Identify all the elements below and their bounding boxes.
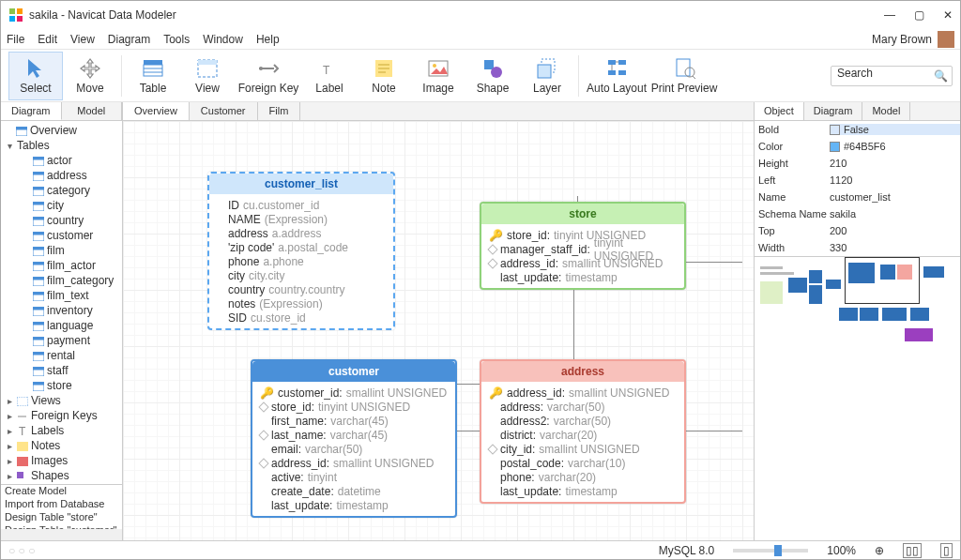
shape-tool[interactable]: Shape [465, 52, 520, 100]
left-tab-diagram[interactable]: Diagram [1, 102, 62, 120]
menu-diagram[interactable]: Diagram [108, 33, 150, 46]
svg-rect-2 [9, 16, 15, 22]
prop-left[interactable]: Left1120 [755, 172, 960, 189]
search-input[interactable]: Search🔍 [831, 66, 953, 86]
tree-table-inventory[interactable]: inventory [1, 303, 122, 318]
right-tab-model[interactable]: Model [862, 102, 910, 120]
left-tab-model[interactable]: Model [62, 102, 123, 120]
svg-rect-57 [33, 325, 44, 331]
collapse-icon[interactable]: ▾ [5, 141, 14, 151]
tree-table-category[interactable]: category [1, 183, 122, 198]
tree-table-actor[interactable]: actor [1, 153, 122, 168]
prop-schema-name[interactable]: Schema Namesakila [755, 205, 960, 222]
print-preview-tool[interactable]: Print Preview [650, 52, 718, 100]
svg-rect-39 [33, 189, 44, 196]
layout-icon[interactable]: ▯▯ [903, 543, 922, 558]
menu-help[interactable]: Help [256, 33, 280, 46]
tree-table-customer[interactable]: customer [1, 228, 122, 243]
svg-text:T: T [19, 427, 26, 436]
tree-table-staff[interactable]: staff [1, 363, 122, 378]
history-panel: Create Model Import from Database Design… [1, 484, 122, 540]
entity-store[interactable]: store 🔑store_id: tinyint UNSIGNEDmanager… [480, 202, 686, 290]
menu-file[interactable]: File [7, 33, 24, 46]
svg-rect-59 [33, 340, 44, 346]
tree-table-country[interactable]: country [1, 213, 122, 228]
view-tool[interactable]: View [180, 52, 235, 100]
svg-rect-71 [17, 472, 23, 478]
label-tool[interactable]: TLabel [302, 52, 357, 100]
canvas-tab-overview[interactable]: Overview [123, 102, 190, 120]
diamond-icon [487, 444, 497, 454]
svg-rect-41 [33, 204, 44, 211]
svg-rect-66 [17, 397, 28, 406]
prop-height[interactable]: Height210 [755, 155, 960, 172]
canvas-tab-customer[interactable]: Customer [190, 102, 258, 120]
tree-table-store[interactable]: store [1, 378, 122, 393]
table-tool[interactable]: Table [126, 52, 180, 100]
diagram-canvas[interactable]: customer_list ID cu.customer_idNAME (Exp… [123, 121, 754, 540]
menu-edit[interactable]: Edit [38, 33, 57, 46]
auto-layout-tool[interactable]: Auto Layout [583, 52, 650, 100]
menu-window[interactable]: Window [203, 33, 243, 46]
minimize-button[interactable]: — [884, 8, 895, 22]
menu-tools[interactable]: Tools [163, 33, 190, 46]
tree-table-payment[interactable]: payment [1, 333, 122, 348]
minimap[interactable] [755, 256, 960, 540]
prop-color[interactable]: Color #64B5F6 [755, 138, 960, 155]
svg-rect-61 [33, 355, 44, 361]
right-tab-diagram[interactable]: Diagram [804, 102, 863, 120]
tree-table-film_actor[interactable]: film_actor [1, 258, 122, 273]
svg-rect-33 [16, 129, 27, 136]
menu-view[interactable]: View [70, 33, 95, 46]
close-button[interactable]: ✕ [943, 8, 953, 22]
tree-table-address[interactable]: address [1, 168, 122, 183]
layout-icon-2[interactable]: ▯ [940, 543, 953, 558]
svg-rect-70 [17, 457, 28, 466]
properties-grid[interactable]: Bold FalseColor #64B5F6Height210Left1120… [755, 121, 960, 256]
zoom-in-icon[interactable]: ⊕ [875, 544, 884, 557]
svg-rect-55 [33, 310, 44, 316]
prop-top[interactable]: Top200 [755, 222, 960, 239]
tree-table-film_category[interactable]: film_category [1, 273, 122, 288]
svg-rect-43 [33, 219, 44, 226]
statusbar: ○ ○ ○ MySQL 8.0 100% ⊕ ▯▯ ▯ [1, 540, 960, 559]
select-tool[interactable]: Select [8, 52, 63, 100]
svg-rect-63 [33, 370, 44, 376]
tree-table-language[interactable]: language [1, 318, 122, 333]
svg-rect-37 [33, 174, 44, 181]
maximize-button[interactable]: ▢ [914, 8, 924, 22]
diamond-icon [258, 401, 268, 412]
diamond-icon [258, 458, 268, 468]
scrollbar[interactable] [1, 529, 122, 540]
svg-rect-25 [608, 70, 616, 75]
canvas-tab-film[interactable]: Film [258, 102, 301, 120]
tree-table-rental[interactable]: rental [1, 348, 122, 363]
prop-width[interactable]: Width330 [755, 239, 960, 256]
connector [686, 431, 742, 431]
entity-address[interactable]: address 🔑address_id: smallint UNSIGNEDad… [480, 359, 686, 504]
diamond-icon [258, 430, 268, 440]
move-tool[interactable]: Move [63, 52, 117, 100]
svg-line-31 [693, 76, 695, 79]
zoom-slider[interactable] [733, 549, 808, 552]
object-tree[interactable]: Overview ▾Tables actoraddresscategorycit… [1, 121, 122, 484]
tree-table-city[interactable]: city [1, 198, 122, 213]
prop-bold[interactable]: Bold False [755, 121, 960, 138]
svg-rect-22 [538, 65, 551, 78]
user-area[interactable]: Mary Brown [872, 31, 954, 48]
key-icon: 🔑 [489, 386, 503, 400]
svg-text:T: T [323, 64, 330, 77]
svg-rect-3 [17, 16, 23, 22]
foreign-key-tool[interactable]: Foreign Key [235, 52, 302, 100]
right-tab-object[interactable]: Object [755, 102, 804, 120]
note-tool[interactable]: Note [357, 52, 411, 100]
tree-table-film[interactable]: film [1, 243, 122, 258]
prop-name[interactable]: Namecustomer_list [755, 189, 960, 205]
entity-customer-list[interactable]: customer_list ID cu.customer_idNAME (Exp… [207, 172, 395, 330]
entity-customer[interactable]: customer 🔑customer_id: smallint UNSIGNED… [251, 359, 457, 518]
tree-table-film_text[interactable]: film_text [1, 288, 122, 303]
status-zoom: 100% [827, 544, 856, 557]
image-tool[interactable]: Image [411, 52, 465, 100]
svg-rect-65 [33, 385, 44, 391]
layer-tool[interactable]: Layer [520, 52, 574, 100]
